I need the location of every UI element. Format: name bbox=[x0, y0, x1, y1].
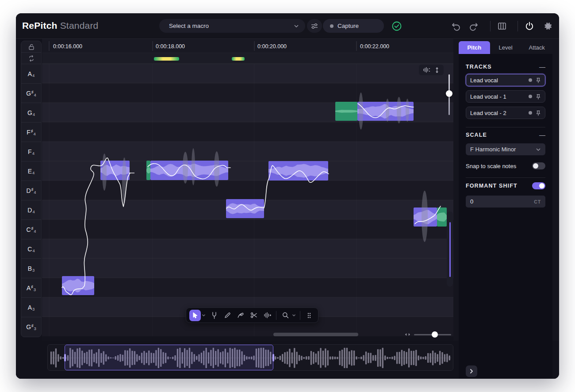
pencil-icon bbox=[224, 312, 231, 319]
columns-layout-icon[interactable] bbox=[496, 20, 508, 32]
select-tool[interactable] bbox=[189, 310, 201, 321]
pencil-tool[interactable] bbox=[222, 310, 233, 321]
macro-select-value: Select a macro bbox=[169, 23, 209, 29]
overview-selection[interactable] bbox=[65, 345, 273, 370]
waveform-overview[interactable] bbox=[47, 344, 453, 371]
pin-icon[interactable] bbox=[536, 110, 541, 116]
wave-tool[interactable] bbox=[261, 310, 273, 321]
tuning-fork-icon bbox=[211, 312, 218, 319]
pitch-row[interactable] bbox=[42, 219, 453, 239]
app-logo: RePitch Standard bbox=[22, 20, 98, 31]
pitch-note[interactable] bbox=[414, 208, 447, 227]
lock-button[interactable] bbox=[21, 41, 41, 53]
note-row-label: A3 bbox=[21, 298, 41, 317]
formant-shift-toggle[interactable] bbox=[532, 182, 545, 189]
vertical-zoom-icon[interactable] bbox=[434, 67, 440, 73]
pitch-row[interactable] bbox=[42, 239, 453, 258]
status-check-icon bbox=[391, 20, 402, 32]
snap-to-scale-toggle[interactable] bbox=[532, 162, 545, 169]
track-label: Lead vocal - 2 bbox=[470, 110, 525, 116]
loop-lane[interactable] bbox=[42, 53, 453, 64]
pitch-row[interactable] bbox=[42, 122, 453, 142]
scale-section-title: SCALE bbox=[466, 132, 487, 138]
pen-tool[interactable] bbox=[235, 310, 246, 321]
section-divider bbox=[466, 177, 545, 178]
time-ruler[interactable] bbox=[42, 39, 453, 53]
note-row-label: D4 bbox=[21, 200, 41, 220]
horizontal-scrollbar-thumb[interactable] bbox=[273, 333, 358, 336]
power-icon[interactable] bbox=[524, 20, 535, 32]
selection-right-handle[interactable] bbox=[272, 354, 274, 361]
tracks-collapse-icon[interactable]: — bbox=[539, 65, 545, 69]
track-state-dot[interactable] bbox=[529, 95, 532, 98]
scissors-icon bbox=[250, 312, 257, 319]
track-state-dot[interactable] bbox=[529, 78, 532, 82]
vertical-scrollbar-thumb[interactable] bbox=[449, 222, 451, 277]
topbar-divider bbox=[490, 21, 491, 31]
horizontal-zoom-slider[interactable] bbox=[414, 334, 451, 335]
pitch-row[interactable] bbox=[42, 83, 453, 103]
scale-collapse-icon[interactable]: — bbox=[539, 133, 545, 137]
waveform-display-toggle-icon[interactable] bbox=[423, 67, 431, 73]
loop-button[interactable] bbox=[21, 53, 41, 64]
track-label: Lead vocal bbox=[470, 77, 525, 84]
top-bar: RePitch Standard Select a macro Capture bbox=[16, 13, 559, 39]
macro-settings-icon bbox=[311, 23, 318, 30]
pin-icon[interactable] bbox=[536, 94, 541, 100]
selection-left-handle[interactable] bbox=[64, 354, 66, 361]
zoom-tool-dropdown[interactable] bbox=[292, 313, 296, 317]
track-item[interactable]: Lead vocal bbox=[466, 74, 545, 86]
grip-dots-icon bbox=[307, 312, 311, 319]
track-item[interactable]: Lead vocal - 2 bbox=[466, 107, 545, 119]
capture-button[interactable]: Capture bbox=[323, 19, 384, 33]
select-tool-dropdown[interactable] bbox=[202, 313, 206, 317]
logo-primary: RePitch bbox=[22, 20, 58, 31]
formant-section-title: FORMANT SHIFT bbox=[466, 183, 518, 189]
pitch-tool[interactable] bbox=[208, 310, 220, 321]
waveform-plus-icon bbox=[264, 312, 271, 319]
vertical-zoom-thumb[interactable] bbox=[446, 90, 452, 97]
tab-attack[interactable]: Attack bbox=[521, 41, 552, 54]
pitch-row[interactable] bbox=[42, 258, 453, 278]
track-item[interactable]: Lead vocal - 1 bbox=[466, 90, 545, 103]
pitch-row[interactable] bbox=[42, 278, 453, 297]
cursor-icon bbox=[192, 312, 199, 319]
ruler-label: 0:00:22.000 bbox=[360, 43, 389, 50]
loop-segment[interactable] bbox=[232, 57, 245, 61]
macro-settings-button[interactable] bbox=[307, 19, 322, 33]
formant-shift-input[interactable]: 0 CT bbox=[466, 196, 545, 208]
note-row-label: D♯4 bbox=[21, 181, 41, 200]
logo-secondary: Standard bbox=[60, 20, 99, 31]
pitch-row[interactable] bbox=[42, 64, 453, 83]
loop-segment[interactable] bbox=[154, 57, 179, 61]
tab-level[interactable]: Level bbox=[490, 41, 521, 54]
tab-pitch[interactable]: Pitch bbox=[459, 41, 490, 54]
note-row-label: G♯3 bbox=[21, 317, 41, 337]
scale-select[interactable]: F Harmonic Minor bbox=[466, 143, 545, 155]
chevron-down-icon bbox=[294, 23, 299, 29]
redo-icon[interactable] bbox=[468, 20, 479, 32]
note-row-label: A♯3 bbox=[21, 278, 41, 298]
ruler-label: 0:00:18.000 bbox=[156, 43, 185, 50]
magnifier-icon bbox=[282, 312, 289, 319]
sidebar: PitchLevelAttack TRACKS — Lead vocalLead… bbox=[459, 41, 552, 379]
lock-open-icon bbox=[28, 43, 35, 50]
undo-icon[interactable] bbox=[450, 20, 462, 32]
pitch-rail: A4G♯4G4F♯4F4E4D♯4D4C♯4C4B3A♯3A3G♯3 bbox=[16, 39, 42, 379]
snap-to-scale-label: Snap to scale notes bbox=[466, 163, 516, 169]
expand-panel-button[interactable] bbox=[466, 365, 477, 377]
scale-select-value: F Harmonic Minor bbox=[470, 146, 516, 153]
macro-select[interactable]: Select a macro bbox=[159, 19, 305, 33]
zoom-tool[interactable] bbox=[280, 310, 291, 321]
chevron-down-icon bbox=[536, 147, 541, 152]
gear-icon[interactable] bbox=[542, 20, 554, 32]
note-row-label: G♯4 bbox=[21, 84, 41, 103]
track-state-dot[interactable] bbox=[529, 111, 532, 115]
cut-tool[interactable] bbox=[248, 310, 260, 321]
horizontal-zoom-thumb[interactable] bbox=[432, 331, 438, 338]
pitch-editor[interactable]: 0:00:16.0000:00:18.0000:00:20.0000:00:22… bbox=[42, 39, 453, 341]
pin-icon[interactable] bbox=[536, 77, 541, 83]
vertical-scrollbar[interactable] bbox=[447, 211, 453, 287]
tracks-section-title: TRACKS bbox=[466, 64, 492, 70]
toolbar-drag-handle[interactable] bbox=[303, 310, 315, 321]
